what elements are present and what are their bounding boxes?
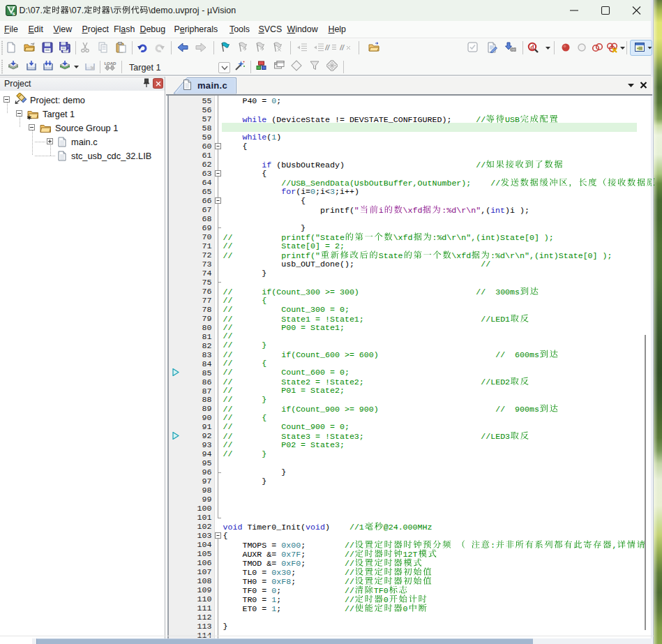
svg-text://: // xyxy=(340,43,345,52)
svg-text:LOAD: LOAD xyxy=(105,61,116,66)
svg-text://: // xyxy=(325,43,331,52)
svg-text:d: d xyxy=(530,44,534,51)
